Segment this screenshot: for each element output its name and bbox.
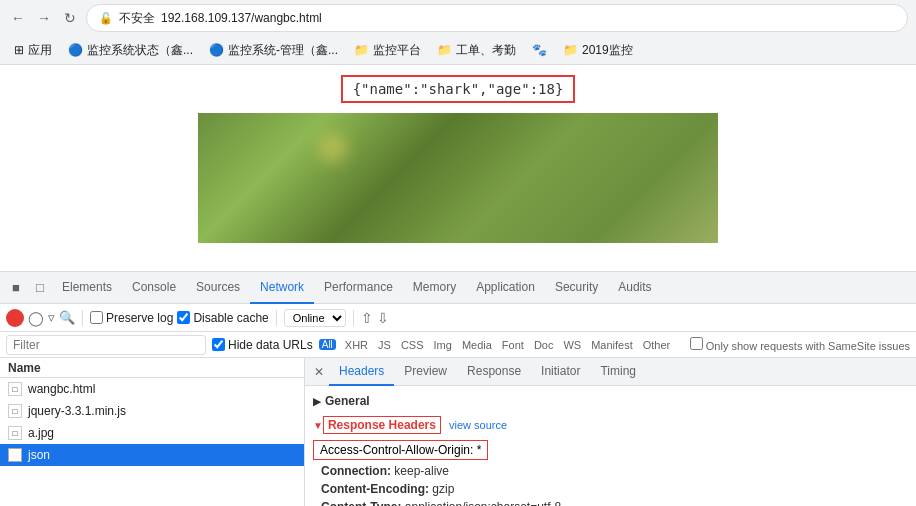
file-item-jquery[interactable]: □ jquery-3.3.1.min.js (0, 400, 304, 422)
bookmark-2[interactable]: 🔵 监控系统-管理（鑫... (203, 40, 344, 61)
json-display: {"name":"shark","age":18} (341, 75, 576, 103)
browser-chrome: ← → ↻ 🔓 不安全 192.168.109.137/wangbc.html … (0, 0, 916, 65)
filter-xhr[interactable]: XHR (342, 338, 371, 352)
throttle-select[interactable]: Online (284, 309, 346, 327)
file-item-wangbc[interactable]: □ wangbc.html (0, 378, 304, 400)
tab-application-label: Application (476, 280, 535, 294)
header-row-content-type: Content-Type: application/json;charset=u… (313, 498, 908, 506)
bookmark-5[interactable]: 🐾 (526, 41, 553, 59)
filter-manifest[interactable]: Manifest (588, 338, 636, 352)
file-name-ajpg: a.jpg (28, 426, 54, 440)
inspect-element-button[interactable]: ■ (4, 276, 28, 300)
filter-input[interactable] (6, 335, 206, 355)
file-item-json[interactable]: □ json (0, 444, 304, 466)
separator-1 (82, 310, 83, 326)
hide-data-urls-label[interactable]: Hide data URLs (212, 338, 313, 352)
bookmark-icon-2: 🔵 (209, 43, 224, 57)
tab-sources[interactable]: Sources (186, 272, 250, 304)
tab-network-label: Network (260, 280, 304, 294)
bookmark-icon-1: 🔵 (68, 43, 83, 57)
nav-bar: ← → ↻ 🔓 不安全 192.168.109.137/wangbc.html (0, 0, 916, 36)
all-badge: All (319, 339, 336, 350)
refresh-button[interactable]: ↻ (60, 8, 80, 28)
samesite-checkbox[interactable] (690, 337, 703, 350)
samesite-label[interactable]: Only show requests with SameSite issues (690, 337, 910, 352)
green-image (198, 113, 718, 243)
filter-css[interactable]: CSS (398, 338, 427, 352)
tab-application[interactable]: Application (466, 272, 545, 304)
filter-font[interactable]: Font (499, 338, 527, 352)
record-button[interactable] (6, 309, 24, 327)
back-button[interactable]: ← (8, 8, 28, 28)
apps-icon: ⊞ (14, 43, 24, 57)
filter-ws[interactable]: WS (560, 338, 584, 352)
header-value-encoding: gzip (432, 482, 454, 496)
filter-doc[interactable]: Doc (531, 338, 557, 352)
bookmark-label: 应用 (28, 42, 52, 59)
tab-audits[interactable]: Audits (608, 272, 661, 304)
filter-bar: Hide data URLs All XHR JS CSS Img Media … (0, 332, 916, 358)
header-row-encoding: Content-Encoding: gzip (313, 480, 908, 498)
name-column-header: Name (0, 358, 304, 378)
bookmark-icon-6: 📁 (563, 43, 578, 57)
file-icon-wangbc: □ (8, 382, 22, 396)
detail-content: ▶ General ▼ Response Headers view source… (305, 386, 916, 506)
general-section-header[interactable]: ▶ General (313, 390, 908, 412)
detail-tab-timing-label: Timing (600, 364, 636, 378)
filter-js[interactable]: JS (375, 338, 394, 352)
filter-other[interactable]: Other (640, 338, 674, 352)
file-icon-ajpg: □ (8, 426, 22, 440)
view-source-link[interactable]: view source (449, 419, 507, 431)
clear-button[interactable]: ◯ (28, 310, 44, 326)
preserve-log-label: Preserve log (106, 311, 173, 325)
tab-performance[interactable]: Performance (314, 272, 403, 304)
preserve-log-checkbox-label[interactable]: Preserve log (90, 311, 173, 325)
bookmark-apps[interactable]: ⊞ 应用 (8, 40, 58, 61)
disable-cache-checkbox[interactable] (177, 311, 190, 324)
header-name-access-control: Access-Control-Allow-Origin: (320, 443, 473, 457)
bookmark-4[interactable]: 📁 工单、考勤 (431, 40, 522, 61)
search-icon[interactable]: 🔍 (59, 310, 75, 325)
detail-tab-headers[interactable]: Headers (329, 358, 394, 386)
detail-tab-response-label: Response (467, 364, 521, 378)
bookmark-6[interactable]: 📁 2019监控 (557, 40, 639, 61)
access-control-row: Access-Control-Allow-Origin: * (313, 438, 908, 462)
address-bar[interactable]: 🔓 不安全 192.168.109.137/wangbc.html (86, 4, 908, 32)
forward-button[interactable]: → (34, 8, 54, 28)
bookmark-3[interactable]: 📁 监控平台 (348, 40, 427, 61)
response-headers-label: Response Headers (323, 416, 441, 434)
detail-tab-preview[interactable]: Preview (394, 358, 457, 386)
disable-cache-label: Disable cache (193, 311, 268, 325)
filter-img[interactable]: Img (431, 338, 455, 352)
detail-tab-initiator[interactable]: Initiator (531, 358, 590, 386)
detail-tab-preview-label: Preview (404, 364, 447, 378)
filter-icon[interactable]: ▿ (48, 310, 55, 325)
response-headers-arrow-icon: ▼ (313, 420, 323, 431)
bookmarks-bar: ⊞ 应用 🔵 监控系统状态（鑫... 🔵 监控系统-管理（鑫... 📁 监控平台… (0, 36, 916, 64)
hide-data-urls-checkbox[interactable] (212, 338, 225, 351)
preserve-log-checkbox[interactable] (90, 311, 103, 324)
header-value-connection: keep-alive (394, 464, 449, 478)
tab-security[interactable]: Security (545, 272, 608, 304)
tab-elements[interactable]: Elements (52, 272, 122, 304)
tab-memory[interactable]: Memory (403, 272, 466, 304)
bookmark-1[interactable]: 🔵 监控系统状态（鑫... (62, 40, 199, 61)
filter-media[interactable]: Media (459, 338, 495, 352)
disable-cache-checkbox-label[interactable]: Disable cache (177, 311, 268, 325)
detail-tab-timing[interactable]: Timing (590, 358, 646, 386)
detail-tab-response[interactable]: Response (457, 358, 531, 386)
file-name-wangbc: wangbc.html (28, 382, 95, 396)
close-detail-button[interactable]: ✕ (309, 362, 329, 382)
file-item-ajpg[interactable]: □ a.jpg (0, 422, 304, 444)
devtools-tab-bar: ■ □ Elements Console Sources Network Per… (0, 272, 916, 304)
tab-performance-label: Performance (324, 280, 393, 294)
samesite-text: Only show requests with SameSite issues (706, 340, 910, 352)
bookmark-label-3: 监控平台 (373, 42, 421, 59)
device-toolbar-button[interactable]: □ (28, 276, 52, 300)
detail-tab-bar: ✕ Headers Preview Response Initiator Tim… (305, 358, 916, 386)
export-button[interactable]: ⇩ (377, 310, 389, 326)
tab-network[interactable]: Network (250, 272, 314, 304)
tab-console[interactable]: Console (122, 272, 186, 304)
import-button[interactable]: ⇧ (361, 310, 373, 326)
bookmark-icon-5: 🐾 (532, 43, 547, 57)
